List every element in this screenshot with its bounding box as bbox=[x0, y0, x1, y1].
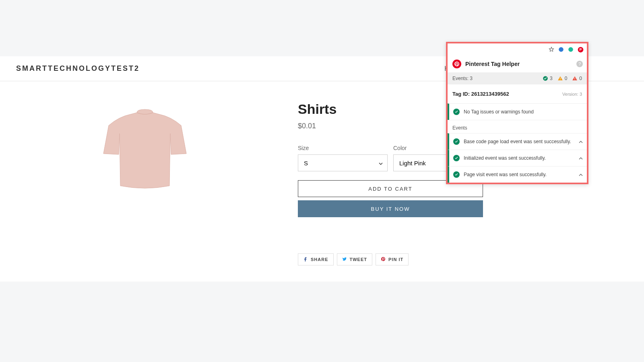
twitter-icon bbox=[342, 257, 347, 262]
svg-text:P: P bbox=[579, 47, 582, 51]
svg-point-1 bbox=[568, 47, 573, 52]
pinterest-logo-icon bbox=[452, 60, 461, 68]
share-facebook-label: SHARE bbox=[311, 257, 328, 262]
svg-rect-7 bbox=[575, 78, 575, 79]
svg-rect-8 bbox=[575, 79, 575, 80]
check-icon bbox=[453, 109, 460, 115]
product-image bbox=[16, 101, 274, 265]
tag-id-row: Tag ID: 2613213439562 Version: 3 bbox=[448, 84, 587, 103]
shirt-image bbox=[99, 105, 191, 194]
event-text: Page visit event was sent successfully. bbox=[464, 172, 547, 177]
browser-toolbar-icons: P bbox=[448, 43, 587, 56]
event-row-2[interactable]: Page visit event was sent successfully. bbox=[448, 166, 587, 183]
svg-rect-6 bbox=[560, 79, 560, 80]
chevron-up-icon bbox=[579, 172, 583, 177]
share-twitter-button[interactable]: TWEET bbox=[337, 253, 373, 265]
version-label: Version: 3 bbox=[562, 92, 582, 97]
buy-now-button[interactable]: BUY IT NOW bbox=[298, 200, 483, 217]
share-pinterest-button[interactable]: PIN IT bbox=[376, 253, 409, 265]
success-count: 3 bbox=[543, 76, 553, 81]
event-row-0[interactable]: Base code page load event was sent succe… bbox=[448, 133, 587, 150]
events-count-label: Events: 3 bbox=[452, 76, 473, 81]
help-icon[interactable]: ? bbox=[576, 61, 583, 67]
share-pinterest-label: PIN IT bbox=[388, 257, 403, 262]
svg-rect-5 bbox=[560, 78, 560, 79]
share-twitter-label: TWEET bbox=[350, 257, 367, 262]
extension-header: Pinterest Tag Helper ? bbox=[448, 56, 587, 72]
pinterest-icon bbox=[381, 257, 386, 262]
star-icon[interactable] bbox=[548, 46, 555, 53]
warning-triangle-icon bbox=[557, 76, 563, 81]
extension-title: Pinterest Tag Helper bbox=[465, 61, 520, 67]
no-issues-row[interactable]: No Tag issues or warnings found bbox=[448, 103, 587, 120]
share-facebook-button[interactable]: SHARE bbox=[298, 253, 334, 265]
event-text: Base code page load event was sent succe… bbox=[464, 139, 571, 144]
size-select[interactable]: S bbox=[298, 154, 388, 171]
facebook-icon bbox=[303, 257, 308, 262]
event-row-1[interactable]: Initialized event was sent successfully. bbox=[448, 150, 587, 166]
tag-id-label: Tag ID: 2613213439562 bbox=[452, 91, 509, 97]
pinterest-extension-icon[interactable]: P bbox=[577, 46, 584, 53]
no-issues-text: No Tag issues or warnings found bbox=[464, 109, 534, 115]
events-summary-bar: Events: 3 3 0 0 bbox=[448, 72, 587, 84]
extension-icon-1[interactable] bbox=[558, 46, 564, 53]
error-triangle-icon bbox=[572, 76, 578, 81]
chevron-up-icon bbox=[579, 155, 583, 161]
check-icon bbox=[453, 171, 460, 178]
svg-point-0 bbox=[559, 47, 564, 52]
event-text: Initialized event was sent successfully. bbox=[464, 155, 546, 161]
site-title[interactable]: SMARTTECHNOLOGYTEST2 bbox=[16, 64, 140, 73]
extension-panel: P Pinterest Tag Helper ? Events: 3 3 0 0 bbox=[446, 42, 588, 184]
warning-count: 0 bbox=[557, 76, 568, 81]
check-circle-icon bbox=[543, 76, 548, 81]
size-label: Size bbox=[298, 145, 388, 151]
error-count: 0 bbox=[572, 76, 582, 81]
events-section-label: Events bbox=[448, 120, 587, 133]
check-icon bbox=[453, 138, 460, 145]
check-icon bbox=[453, 155, 460, 161]
extension-icon-2[interactable] bbox=[568, 46, 574, 53]
chevron-up-icon bbox=[579, 139, 583, 144]
